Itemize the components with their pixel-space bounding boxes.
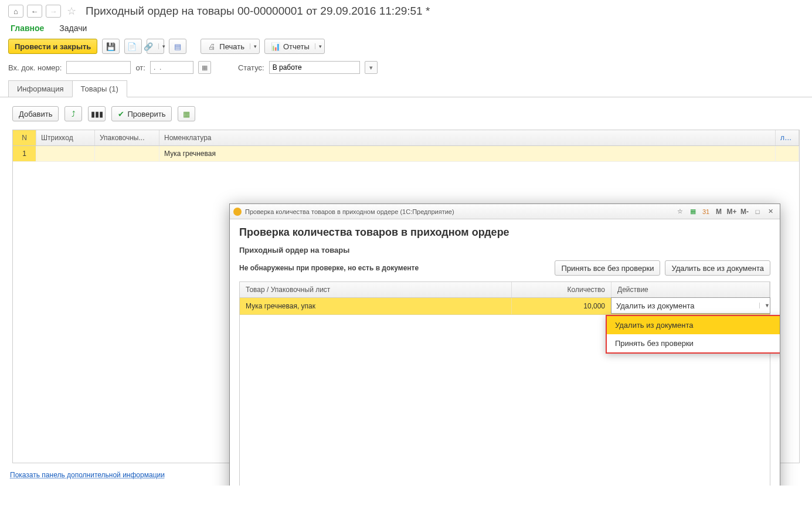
table-icon: ▦ [183, 110, 190, 118]
tab-main[interactable]: Главное [11, 23, 44, 33]
cell-right [776, 146, 799, 161]
dialog-titlebar[interactable]: Проверка количества товаров в приходном … [230, 204, 780, 219]
cell-n: 1 [13, 146, 36, 161]
chevron-down-icon: ▼ [759, 303, 770, 308]
tab-tasks[interactable]: Задачи [59, 23, 87, 33]
tab-info[interactable]: Информация [8, 80, 73, 97]
form-icon: ▤ [173, 42, 182, 51]
new-doc-button[interactable]: 📄 [124, 39, 142, 54]
arrow-right-icon: → [50, 7, 57, 16]
reports-button[interactable]: 📊Отчеты▾ [264, 39, 325, 54]
check-icon: ✔ [118, 110, 124, 118]
print-button[interactable]: 🖨Печать▾ [201, 39, 260, 54]
doc-number-label: Вх. док. номер: [8, 63, 62, 72]
form-button[interactable]: ▤ [169, 39, 186, 54]
chevron-down-icon: ▾ [369, 64, 373, 72]
post-and-close-button[interactable]: Провести и закрыть [8, 39, 97, 54]
save-icon: 💾 [106, 42, 115, 51]
col-pack[interactable]: Упаковочны... [95, 130, 159, 145]
dropdown-option-delete[interactable]: Удалить из документа [607, 316, 780, 334]
save-button[interactable]: 💾 [102, 39, 120, 54]
from-label: от: [135, 63, 145, 72]
status-label: Статус: [238, 63, 264, 72]
date-input[interactable] [150, 61, 193, 74]
action-dropdown: Удалить из документа Принять без проверк… [606, 315, 780, 354]
favorite-icon[interactable]: ☆ [67, 5, 76, 18]
cell-barcode [36, 146, 95, 161]
doc-number-input[interactable] [66, 61, 131, 74]
barcode-button[interactable]: ▮▮▮ [88, 106, 106, 121]
accept-all-button[interactable]: Принять все без проверки [555, 260, 660, 276]
tab-goods[interactable]: Товары (1) [72, 80, 127, 97]
add-button[interactable]: Добавить [12, 106, 59, 121]
topbar: ⌂ ← → ☆ Приходный ордер на товары 00-000… [0, 0, 812, 20]
col-item[interactable]: Товар / Упаковочный лист [240, 282, 512, 297]
barcode-icon: ▮▮▮ [91, 110, 103, 118]
share-icon: ⤴ [72, 110, 76, 118]
dialog-body: Проверка количества товаров в приходном … [230, 219, 780, 486]
calendar-icon[interactable]: 31 [700, 206, 712, 217]
grid-header: N Штрихкод Упаковочны... Номенклатура ло… [13, 130, 799, 146]
memory-mplus-button[interactable]: M+ [726, 206, 738, 217]
table-row[interactable]: Мука гречневая, упак 10,000 Удалить из д… [240, 298, 770, 315]
col-nomenclature[interactable]: Номенклатура [159, 130, 776, 145]
dialog-heading: Проверка количества товаров в приходном … [239, 226, 770, 239]
cell-action-wrap: Удалить из документа ▼ [611, 298, 770, 314]
cell-item: Мука гречневая, упак [240, 298, 512, 314]
close-button[interactable]: ✕ [765, 206, 776, 217]
col-n[interactable]: N [13, 130, 36, 145]
dialog-table: Товар / Упаковочный лист Количество Дейс… [239, 281, 770, 486]
chevron-down-icon: ▾ [315, 43, 322, 49]
filter-row: Вх. док. номер: от: ▦ Статус: ▾ [0, 59, 812, 80]
memory-m-button[interactable]: M [713, 206, 725, 217]
check-button[interactable]: ✔ Проверить [111, 106, 172, 121]
action-select[interactable]: Удалить из документа ▼ [611, 297, 770, 314]
action-value: Удалить из документа [611, 301, 699, 310]
section-tabs: Главное Задачи [0, 20, 812, 33]
memory-mminus-button[interactable]: M- [739, 206, 750, 217]
home-icon: ⌂ [13, 7, 18, 16]
calendar-button[interactable]: ▦ [198, 61, 211, 74]
maximize-button[interactable]: □ [752, 206, 763, 217]
chevron-down-icon: ▾ [250, 43, 257, 49]
main-toolbar: Провести и закрыть 💾 📄 🔗▾ ▤ 🖨Печать▾ 📊От… [0, 33, 812, 59]
check-qty-dialog: Проверка количества товаров в приходном … [229, 203, 780, 486]
print-icon: 🖨 [207, 42, 216, 51]
page-title: Приходный ордер на товары 00-00000001 от… [86, 5, 430, 18]
inner-toolbar: Добавить ⤴ ▮▮▮ ✔ Проверить ▦ [1, 98, 811, 127]
dialog-table-header: Товар / Упаковочный лист Количество Дейс… [240, 282, 770, 298]
arrow-left-icon: ← [31, 7, 39, 16]
titlebar-buttons: ☆ ▦ 31 M M+ M- □ ✕ [674, 206, 776, 217]
cell-nom: Мука гречневая [159, 146, 776, 161]
dialog-window-title: Проверка количества товаров в приходном … [245, 208, 671, 215]
share-button[interactable]: ⤴ [64, 106, 82, 121]
col-barcode[interactable]: Штрихкод [36, 130, 95, 145]
table-button[interactable]: ▦ [178, 106, 195, 121]
warning-text: Не обнаружены при проверке, но есть в до… [239, 264, 419, 272]
cell-qty: 10,000 [512, 298, 611, 314]
col-qty[interactable]: Количество [512, 282, 611, 297]
chevron-down-icon: ▾ [158, 43, 165, 49]
status-dropdown-button[interactable]: ▾ [365, 61, 378, 74]
home-button[interactable]: ⌂ [8, 5, 23, 18]
favorite-icon[interactable]: ☆ [674, 206, 686, 217]
chart-icon: 📊 [271, 42, 280, 51]
app-icon [233, 208, 242, 216]
show-info-panel-link[interactable]: Показать панель дополнительной информаци… [10, 471, 165, 479]
table-row[interactable]: 1 Мука гречневая [13, 146, 799, 162]
dropdown-option-accept[interactable]: Принять без проверки [607, 334, 780, 352]
related-button[interactable]: 🔗▾ [147, 39, 164, 54]
col-right[interactable]: ло... [776, 130, 799, 145]
link-icon: 🔗 [144, 42, 153, 51]
delete-all-button[interactable]: Удалить все из документа [665, 260, 770, 276]
cell-pack [95, 146, 159, 161]
back-button[interactable]: ← [27, 5, 42, 18]
doc-tabs: Информация Товары (1) [0, 80, 812, 97]
forward-button[interactable]: → [46, 5, 61, 18]
file-icon: 📄 [127, 42, 137, 51]
dialog-subtitle: Приходный ордер на товары [239, 246, 770, 254]
main-area: Добавить ⤴ ▮▮▮ ✔ Проверить ▦ N Штрихкод … [0, 97, 812, 486]
col-action[interactable]: Действие [611, 282, 770, 297]
calc-icon[interactable]: ▦ [687, 206, 699, 217]
status-select[interactable] [269, 61, 360, 74]
